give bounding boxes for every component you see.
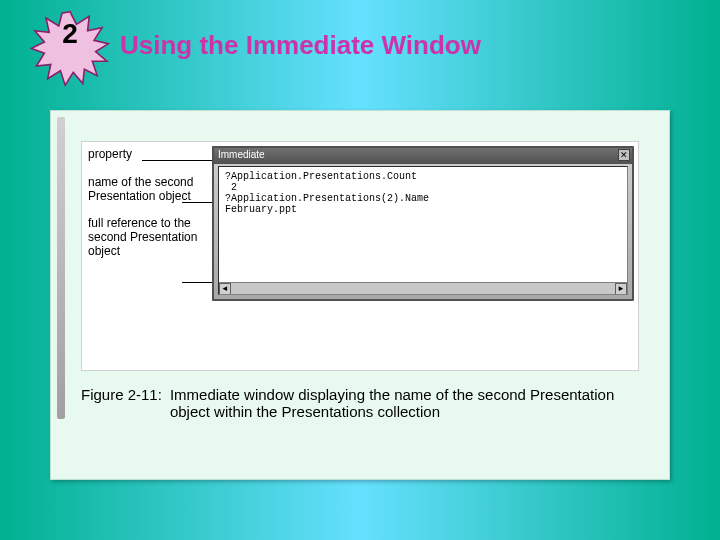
code-line: ?Application.Presentations(2).Name	[225, 193, 621, 204]
slide: 2 Using the Immediate Window property na…	[0, 0, 720, 540]
immediate-hscrollbar[interactable]: ◄ ►	[219, 282, 627, 294]
figure-accent-bar	[57, 117, 65, 419]
figure-caption-text: Immediate window displaying the name of …	[170, 386, 639, 420]
immediate-body[interactable]: ?Application.Presentations.Count 2 ?Appl…	[218, 166, 628, 295]
immediate-title: Immediate	[218, 149, 265, 160]
scroll-left-icon[interactable]: ◄	[219, 283, 231, 295]
code-line: February.ppt	[225, 204, 621, 215]
figure-number: Figure 2-11:	[81, 386, 162, 420]
slide-title: Using the Immediate Window	[120, 30, 481, 61]
immediate-window: Immediate ✕ ?Application.Presentations.C…	[212, 146, 634, 301]
code-line: 2	[225, 182, 621, 193]
code-line: ?Application.Presentations.Count	[225, 171, 621, 182]
figure-caption: Figure 2-11: Immediate window displaying…	[81, 386, 639, 420]
figure-inner: property name of the second Presentation…	[81, 141, 639, 371]
callout-labels: property name of the second Presentation…	[88, 148, 206, 273]
callout-full-reference: full reference to the second Presentatio…	[88, 217, 206, 258]
close-icon[interactable]: ✕	[618, 149, 630, 161]
badge-number: 2	[50, 18, 90, 50]
figure-card: property name of the second Presentation…	[50, 110, 670, 480]
immediate-titlebar: Immediate ✕	[214, 148, 632, 164]
callout-name-second: name of the second Presentation object	[88, 176, 206, 204]
scroll-right-icon[interactable]: ►	[615, 283, 627, 295]
